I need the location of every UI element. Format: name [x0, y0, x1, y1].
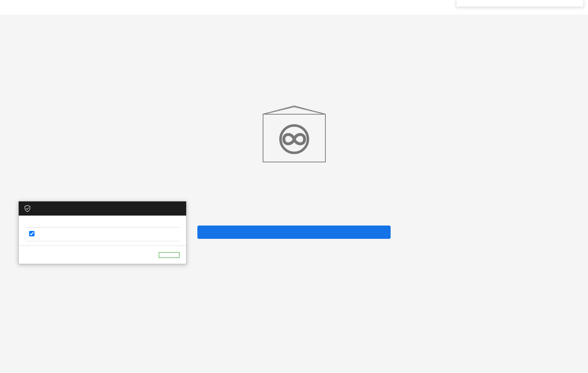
av-detection-table [25, 227, 180, 241]
av-header [19, 201, 186, 216]
av-col-status [132, 228, 180, 241]
av-col-malware [38, 228, 85, 241]
av-footer [19, 245, 186, 264]
shield-icon [24, 205, 31, 212]
os-version-banner [197, 226, 391, 239]
antivirus-popup [18, 201, 187, 264]
av-col-check [25, 228, 38, 241]
av-col-path [85, 228, 133, 241]
av-select-all-checkbox[interactable] [29, 231, 34, 236]
download-help-line [293, 189, 295, 196]
installer-box-illustration [259, 102, 330, 166]
av-cure-button[interactable] [159, 252, 180, 258]
av-body [19, 216, 186, 245]
downloads-panel [456, 0, 584, 7]
